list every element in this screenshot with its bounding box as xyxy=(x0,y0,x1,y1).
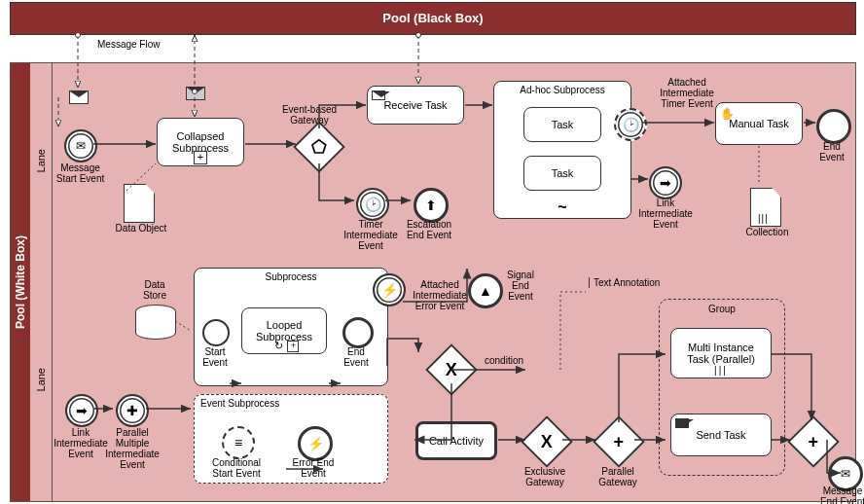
data-object xyxy=(124,184,155,223)
looped-subprocess: LoopedSubprocess ↻ + xyxy=(241,307,327,354)
subproc-end-event xyxy=(342,317,374,348)
envelope-filled-icon xyxy=(675,418,689,428)
parallel-gateway-2: + xyxy=(787,415,840,468)
plus-marker-icon: + xyxy=(194,151,207,164)
timer-intermediate-event: 🕑 xyxy=(356,188,389,221)
receive-task-label: Receive Task xyxy=(383,99,447,111)
looped-sub-label: LoopedSubprocess xyxy=(256,319,312,342)
clock-icon: 🕑 xyxy=(623,117,639,132)
lane-2: Lane ➡ LinkIntermediateEvent ✚ ParallelM… xyxy=(30,258,855,501)
pool-black-box: Pool (Black Box) xyxy=(10,2,856,35)
list-icon: ≡ xyxy=(234,435,242,450)
envelope-small-icon xyxy=(372,90,385,100)
message-start-label: MessageStart Event xyxy=(54,162,107,184)
message-start-event: ✉ xyxy=(64,129,97,162)
cond-start-label: ConditionalStart Event xyxy=(206,457,267,479)
call-activity-label: Call Activity xyxy=(429,435,484,447)
exclusive-gateway-1: X xyxy=(425,343,478,396)
clock-icon: 🕑 xyxy=(365,197,381,212)
attached-error-event: ⚡ xyxy=(373,273,406,306)
parallel-marker-icon: ||| xyxy=(714,365,728,376)
message-flow-label: Message Flow xyxy=(97,39,160,50)
loop-icon: ↻ xyxy=(274,340,283,352)
excl-gw-label: ExclusiveGateway xyxy=(521,466,569,487)
pool-black-label: Pool (Black Box) xyxy=(11,3,855,34)
signal-end-label: SignalEndEvent xyxy=(501,270,540,302)
arrow-right-icon: ➡ xyxy=(660,175,671,191)
hand-icon: ✋ xyxy=(720,107,735,121)
lightning-icon: ⚡ xyxy=(307,436,324,451)
data-object-label: Data Object xyxy=(112,223,170,234)
pool-white-label: Pool (White Box) xyxy=(14,235,27,329)
escalation-end-label: EscalationEnd Event xyxy=(401,219,457,240)
plus-icon: + xyxy=(809,431,819,451)
x-icon: X xyxy=(541,431,553,451)
pool-white-box: Pool (White Box) Lane ✉ MessageStart Eve… xyxy=(10,62,856,502)
subproc-start-label: StartEvent xyxy=(198,346,232,368)
error-end-event: ⚡ xyxy=(298,426,333,461)
par-gw-label: ParallelGateway xyxy=(594,466,641,487)
adhoc-label: Ad-hoc Subprocess xyxy=(494,82,630,98)
pool-white-header: Pool (White Box) xyxy=(11,63,30,501)
end-event xyxy=(816,109,851,144)
multi-instance-task: Multi InstanceTask (Parallel) ||| xyxy=(670,328,772,378)
receive-task: Receive Task xyxy=(367,86,464,125)
adhoc-task-2: Task xyxy=(523,156,601,191)
tilde-icon: ~ xyxy=(558,198,566,216)
send-task-label: Send Task xyxy=(696,429,745,441)
envelope-gray-icon xyxy=(186,87,205,100)
lane-1-header: Lane xyxy=(30,63,53,258)
send-task: Send Task xyxy=(670,414,772,456)
x-icon: X xyxy=(446,359,457,379)
escalation-icon: ⬆ xyxy=(425,198,437,213)
text-annotation: Text Annotation xyxy=(589,277,660,288)
bpmn-diagram: Pool (Black Box) Message Flow Pool (Whit… xyxy=(0,0,864,504)
adhoc-task-1: Task xyxy=(523,107,601,142)
adhoc-task2-label: Task xyxy=(552,167,574,179)
attached-timer-event: 🕑 xyxy=(614,108,647,141)
signal-end-event: ▲ xyxy=(468,273,503,308)
escalation-end-event: ⬆ xyxy=(414,188,449,223)
lane-2-label: Lane xyxy=(35,368,47,391)
envelope-filled-icon: ✉ xyxy=(841,467,850,481)
link-int-label: LinkIntermediateEvent xyxy=(635,198,696,230)
error-end-label: Error EndEvent xyxy=(286,457,341,479)
event-gateway-label: Event-basedGateway xyxy=(275,104,343,126)
event-based-gateway: ⬠ xyxy=(293,121,345,173)
lane-1: Lane ✉ MessageStart Event CollapsedSubpr… xyxy=(30,63,855,259)
link-intermediate-event: ➡ xyxy=(649,166,682,199)
attached-err-label: AttachedIntermediateError Event xyxy=(408,279,472,311)
parallel-multiple-event: ✚ xyxy=(116,394,149,427)
collection-label: Collection xyxy=(740,227,794,237)
end-event-label: EndEvent xyxy=(812,141,851,162)
triangle-icon: ▲ xyxy=(479,283,492,299)
subproc-end-label: EndEvent xyxy=(339,346,374,368)
parallel-gateway-1: + xyxy=(593,415,645,468)
subprocess: Subprocess StartEvent LoopedSubprocess ↻… xyxy=(194,268,388,386)
manual-task: ✋ Manual Task xyxy=(715,102,803,145)
manual-task-label: Manual Task xyxy=(729,118,789,129)
plus-marker-icon: + xyxy=(287,341,299,352)
adhoc-task1-label: Task xyxy=(552,119,574,130)
multi-inst-label: Multi InstanceTask (Parallel) xyxy=(687,342,755,365)
arrow-right-icon: ➡ xyxy=(76,403,88,418)
exclusive-gateway-2: X xyxy=(521,415,573,468)
timer-int-label: TimerIntermediateEvent xyxy=(340,219,402,251)
subproc-start-event xyxy=(202,319,230,346)
plus-icon: + xyxy=(614,431,625,451)
parallel-multi-label: ParallelMultipleIntermediateEvent xyxy=(100,427,164,470)
adhoc-subprocess: Ad-hoc Subprocess Task Task ~ xyxy=(493,81,631,219)
group-label: Group xyxy=(660,304,784,314)
pentagon-icon: ⬠ xyxy=(311,136,327,158)
attached-timer-label: AttachedIntermediateTimer Event xyxy=(653,77,721,109)
multi-marker-icon: ||| xyxy=(758,213,769,224)
lane-2-header: Lane xyxy=(30,258,53,501)
lightning-icon: ⚡ xyxy=(381,282,398,298)
message-end-label: MessageEnd Event xyxy=(816,486,864,504)
link-intermediate-event-2: ➡ xyxy=(65,394,98,427)
event-subprocess: Event Subprocess ≡ ConditionalStart Even… xyxy=(194,394,388,484)
plus-icon: ✚ xyxy=(126,403,138,418)
event-subproc-label: Event Subprocess xyxy=(195,395,387,412)
data-store xyxy=(135,305,176,340)
condition-label: condition xyxy=(480,355,528,366)
